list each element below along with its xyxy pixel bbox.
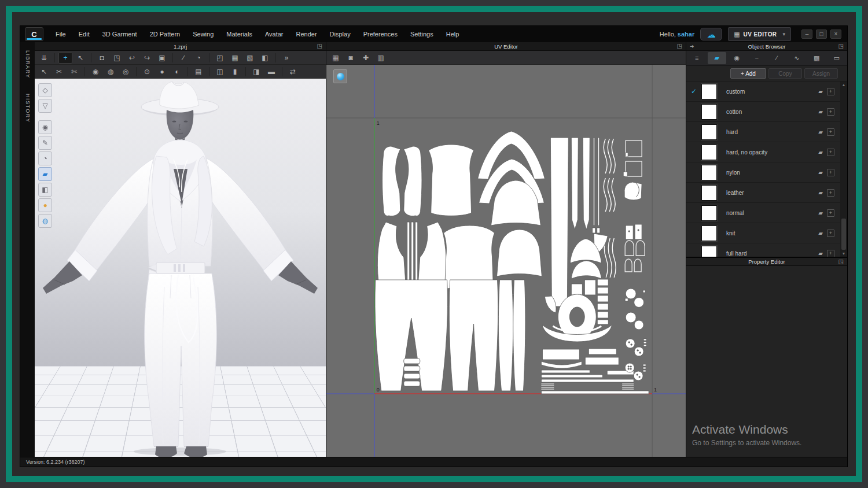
add-mini-icon[interactable]: + [827, 108, 834, 116]
uv-move-icon[interactable]: ✚ [359, 52, 373, 64]
show-pattern-icon[interactable]: ◧ [258, 52, 272, 64]
select-curve-tool-icon[interactable]: ↖ [73, 52, 87, 64]
clo-cloud-button[interactable]: ☁ C [700, 28, 722, 40]
select-button-icon[interactable]: ⊙ [140, 66, 154, 77]
fabric-swatch[interactable] [701, 124, 717, 140]
fabric-swatch[interactable] [701, 165, 717, 180]
add-mini-icon[interactable]: + [827, 189, 834, 197]
close-button[interactable]: × [830, 29, 841, 39]
trim-tab-icon[interactable]: ▩ [807, 52, 826, 64]
menu-item[interactable]: Settings [404, 26, 440, 42]
edit-sewing-icon[interactable]: ◉ [89, 66, 102, 77]
sewing-machine-icon[interactable]: ▣ [155, 52, 169, 64]
toolbar-overflow-icon[interactable]: » [279, 52, 293, 64]
menu-item[interactable]: Avatar [259, 26, 290, 42]
fabric-swatch[interactable] [701, 104, 717, 120]
add-mini-icon[interactable]: + [827, 169, 834, 176]
fabric-book-icon[interactable]: ▰ [38, 167, 52, 181]
sync-garment-icon[interactable]: ▧ [243, 52, 257, 64]
fabric-mini-icon[interactable]: ▰ [815, 169, 826, 176]
menu-item[interactable]: 3D Garment [96, 26, 144, 42]
fabric-item-row[interactable]: ✓ leather ▰ + [686, 183, 840, 203]
3d-viewport[interactable]: ◇▽◉✎◔▰◧●◍ [35, 79, 326, 457]
fabric-mini-icon[interactable]: ▰ [815, 210, 826, 216]
list-scrollbar[interactable]: ▲ ▼ [840, 82, 847, 257]
menu-item[interactable]: Help [440, 26, 466, 42]
restore-button[interactable]: □ [816, 29, 827, 39]
fabric-item-row[interactable]: ✓ hard, no opacity ▰ + [686, 142, 840, 162]
select-strip-icon[interactable]: ◨ [249, 66, 263, 77]
menu-item[interactable]: Sewing [186, 26, 220, 42]
move-pattern-icon[interactable]: ◘ [95, 52, 109, 64]
mode-selector-button[interactable]: ▦ UV EDITOR ▾ [728, 27, 791, 41]
side-tab[interactable]: HISTORY [25, 94, 31, 123]
add-mini-icon[interactable]: + [827, 250, 834, 257]
expand-icon[interactable]: ◳ [677, 43, 682, 50]
copy-button[interactable]: Copy [768, 68, 802, 79]
uv-arrange-icon[interactable]: ▥ [374, 52, 388, 64]
select-fabric-roll-icon[interactable]: ◫ [213, 66, 227, 77]
puckering-tab-icon[interactable]: ∿ [788, 52, 807, 64]
add-mini-icon[interactable]: + [827, 230, 834, 237]
pleat-tool-icon[interactable]: ⇄ [286, 66, 300, 77]
fabric-item-row[interactable]: ✓ knit ▰ + [686, 223, 840, 243]
fabric-mini-icon[interactable]: ▰ [815, 109, 826, 115]
fabric-roll-icon[interactable]: ▮ [228, 66, 242, 77]
avatar-display-icon[interactable]: ● [38, 198, 52, 212]
scrollbar-thumb[interactable] [841, 219, 846, 250]
fabric-swatch[interactable] [701, 145, 717, 160]
globe-display-icon[interactable]: ◍ [38, 214, 52, 228]
strip-tool-icon[interactable]: ▬ [264, 66, 278, 77]
tape-tab-icon[interactable]: ▭ [827, 52, 847, 64]
fabric-swatch[interactable] [701, 185, 717, 201]
add-mini-icon[interactable]: + [827, 209, 834, 217]
mn-sewing-icon[interactable]: ✄ [67, 66, 81, 77]
fabric-mini-icon[interactable]: ▰ [815, 190, 826, 196]
fabric-mini-icon[interactable]: ▰ [815, 149, 826, 156]
fabric-mini-icon[interactable]: ▰ [815, 230, 826, 236]
free-sewing-icon[interactable]: ✂ [52, 66, 66, 77]
fabric-item-row[interactable]: ✓ full hard ▰ + [686, 243, 840, 257]
scroll-down-icon[interactable]: ▼ [842, 252, 846, 256]
fabric-swatch[interactable] [701, 84, 717, 99]
topstitch-tab-icon[interactable]: − [748, 52, 767, 64]
scroll-up-icon[interactable]: ▲ [842, 83, 846, 87]
garment-outline-icon[interactable]: ▽ [38, 99, 52, 113]
fabric-item-row[interactable]: ✓ cotton ▰ + [686, 102, 840, 122]
assign-button[interactable]: Assign [804, 68, 838, 79]
steam-brush-icon[interactable]: ◔ [192, 52, 205, 64]
expand-icon[interactable]: ◳ [838, 258, 844, 265]
uv-snapshot-icon[interactable]: ▦ [329, 52, 343, 64]
menu-item[interactable]: Edit [72, 26, 96, 42]
fabric-item-row[interactable]: ✓ normal ▰ + [686, 203, 840, 223]
fabric-swatch[interactable] [701, 205, 717, 221]
menu-item[interactable]: 2D Pattern [144, 26, 187, 42]
show-garment-icon[interactable]: ◉ [38, 120, 52, 134]
expand-icon[interactable]: ◳ [838, 43, 844, 50]
pattern-outline-icon[interactable]: ◍ [104, 66, 117, 77]
minimize-button[interactable]: – [801, 29, 812, 39]
stitch-type-tab-icon[interactable]: ∕ [767, 52, 786, 64]
material-sphere-button[interactable] [333, 69, 347, 83]
fabric-swatch[interactable] [701, 246, 717, 258]
fabric-swatch[interactable] [701, 225, 717, 241]
project-tab[interactable]: 1.zprj [35, 43, 326, 50]
app-logo[interactable]: C [25, 27, 43, 41]
needle-tool-icon[interactable]: ∕ [176, 52, 190, 64]
select-move-tool-icon[interactable]: + [58, 52, 72, 64]
show-seams-icon[interactable]: ✎ [38, 136, 52, 150]
buttonhole-tool-icon[interactable]: ◐ [170, 66, 184, 77]
add-mini-icon[interactable]: + [827, 149, 834, 156]
menu-item[interactable]: Display [323, 26, 357, 42]
fabric-mini-icon[interactable]: ▰ [815, 129, 826, 135]
import-garment-icon[interactable]: ⇊ [37, 52, 51, 64]
menu-item[interactable]: File [49, 26, 72, 42]
list-view-icon[interactable]: ≡ [687, 52, 707, 64]
render-mode-icon[interactable]: ◇ [38, 83, 52, 97]
texture-camera-icon[interactable]: ◙ [344, 52, 358, 64]
uv-canvas[interactable]: 1 0 1 [326, 65, 686, 457]
button-tab-icon[interactable]: ◉ [727, 52, 746, 64]
colorway-icon[interactable]: ▦ [228, 52, 242, 64]
button-tool-icon[interactable]: ● [155, 66, 169, 77]
username[interactable]: sahar [678, 31, 694, 38]
